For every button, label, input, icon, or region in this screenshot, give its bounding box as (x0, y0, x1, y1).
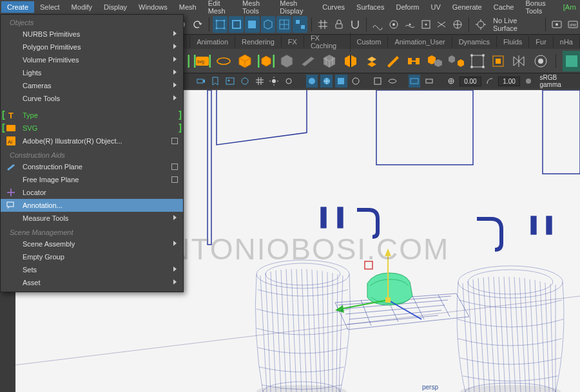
magnet-icon[interactable] (347, 16, 362, 33)
lock-icon[interactable] (332, 16, 347, 33)
cube-bracket-shelf-icon[interactable] (257, 51, 275, 71)
snap-plane-icon[interactable] (434, 16, 449, 33)
shelf-tab-animation[interactable]: Animation (190, 36, 235, 48)
gamma-value[interactable]: 1.00 (498, 77, 519, 86)
show-icon[interactable] (386, 75, 398, 88)
snap-curve-icon[interactable] (371, 16, 385, 33)
split-shelf-icon[interactable] (342, 51, 359, 71)
menu-free-image-plane[interactable]: Free Image Plane (1, 173, 183, 186)
option-box-icon[interactable] (171, 176, 178, 183)
select-vertex-icon[interactable] (213, 16, 227, 33)
2d-pan-icon[interactable] (238, 75, 251, 88)
bookmark-icon[interactable] (209, 75, 222, 88)
menu-uv[interactable]: UV (425, 1, 447, 13)
shelf-tab-fx[interactable]: FX (282, 36, 304, 48)
menu-annotation[interactable]: Annotation... (1, 199, 183, 212)
menu-edit-mesh[interactable]: Edit Mesh (202, 0, 237, 17)
menu-type[interactable]: [ T Type ] (1, 109, 183, 122)
menu-mesh-display[interactable]: Mesh Display (274, 0, 316, 17)
shelf-tab-fur[interactable]: Fur (529, 36, 554, 48)
arnold-shelf-icon[interactable] (563, 51, 580, 71)
extrude-shelf-icon[interactable] (363, 51, 380, 71)
soft-shelf-icon[interactable] (490, 51, 507, 71)
menu-measure-tools[interactable]: Measure Tools (1, 212, 183, 225)
snap-point-icon[interactable] (387, 16, 401, 33)
option-box-icon[interactable] (171, 163, 178, 170)
renderer-label[interactable]: [Arn (559, 1, 580, 13)
gamma-icon[interactable] (484, 75, 496, 88)
ipr-icon[interactable]: IPR (565, 16, 580, 33)
shelf-tab-nhair[interactable]: nHa (554, 36, 580, 48)
camera-select-icon[interactable] (195, 75, 207, 88)
plane-shelf-icon[interactable] (300, 51, 317, 71)
menu-curves[interactable]: Curves (316, 1, 351, 13)
bridge-shelf-icon[interactable] (405, 51, 423, 71)
menu-cameras[interactable]: Cameras (1, 79, 183, 92)
snap-live-icon[interactable] (450, 16, 465, 33)
menu-scene-assembly[interactable]: Scene Assembly (1, 238, 183, 250)
menu-construction-plane[interactable]: Construction Plane (1, 160, 183, 173)
image-plane-icon[interactable] (224, 75, 237, 88)
snap-view-icon[interactable] (418, 16, 433, 33)
exposure-icon[interactable] (445, 75, 457, 88)
smooth-shelf-icon[interactable] (532, 51, 550, 71)
make-live-icon[interactable] (473, 16, 488, 33)
cube-shelf-icon[interactable] (236, 51, 253, 71)
select-object-icon[interactable] (261, 16, 276, 33)
shadow-icon[interactable] (283, 75, 295, 88)
menu-display[interactable]: Display (98, 1, 133, 13)
menu-deform[interactable]: Deform (390, 1, 425, 13)
menu-sets[interactable]: Sets (1, 263, 183, 276)
shelf-tab-fxcaching[interactable]: FX Caching (304, 32, 351, 51)
menu-mesh-tools[interactable]: Mesh Tools (237, 0, 274, 17)
shelf-tab-fluids[interactable]: Fluids (497, 36, 529, 48)
separate-shelf-icon[interactable] (447, 51, 465, 71)
bevel-shelf-icon[interactable] (384, 51, 401, 71)
colorspace-label[interactable]: sRGB gamma (537, 74, 580, 88)
wireframe-on-shaded-icon[interactable] (320, 75, 333, 88)
shelf-tab-custom[interactable]: Custom (351, 36, 389, 48)
menu-polygon-primitives[interactable]: Polygon Primitives (1, 41, 183, 53)
menu-cache[interactable]: Cache (488, 1, 520, 13)
isolate-icon[interactable] (372, 75, 384, 88)
menu-generate[interactable]: Generate (447, 1, 488, 13)
menu-curve-tools[interactable]: Curve Tools (1, 92, 183, 105)
shaded-icon[interactable] (306, 75, 318, 88)
menu-create[interactable]: Create (1, 1, 34, 13)
menu-bonus-tools[interactable]: Bonus Tools (519, 0, 559, 17)
shelf-tab-animuser[interactable]: Animation_User (388, 36, 452, 48)
textured-icon[interactable] (335, 75, 347, 88)
gate-icon[interactable] (409, 75, 421, 88)
shelf-tab-rendering[interactable]: Rendering (235, 36, 282, 48)
render-icon[interactable] (549, 16, 564, 33)
select-uv-icon[interactable] (276, 16, 291, 33)
select-multi-icon[interactable] (293, 16, 307, 33)
lattice-shelf-icon[interactable] (469, 51, 486, 71)
menu-lights[interactable]: Lights (1, 66, 183, 79)
menu-locator[interactable]: Locator (1, 186, 183, 199)
mirror-shelf-icon[interactable] (511, 51, 528, 71)
option-box-icon[interactable] (171, 138, 178, 144)
combine-shelf-icon[interactable] (427, 51, 444, 71)
menu-surfaces[interactable]: Surfaces (351, 1, 390, 13)
menu-select[interactable]: Select (34, 1, 66, 13)
view-transform-icon[interactable] (523, 75, 535, 88)
snap-grid-icon[interactable] (316, 16, 331, 33)
subdiv-shelf-icon[interactable] (321, 51, 338, 71)
menu-volume-primitives[interactable]: Volume Primitives (1, 53, 183, 66)
film-gate-icon[interactable] (423, 75, 435, 88)
menu-illustrator-object[interactable]: Ai Adobe(R) Illustrator(R) Object... (1, 135, 183, 147)
light-icon[interactable] (268, 75, 280, 88)
menu-mesh[interactable]: Mesh (173, 1, 202, 13)
menu-nurbs-primitives[interactable]: NURBS Primitives (1, 28, 183, 41)
svg-shelf-icon[interactable]: svg (194, 51, 211, 71)
select-face-icon[interactable] (245, 16, 260, 33)
select-edge-icon[interactable] (229, 16, 244, 33)
grid-icon[interactable] (253, 75, 266, 88)
exposure-value[interactable]: 0.00 (459, 77, 481, 86)
menu-svg[interactable]: [ SVG ] (1, 122, 183, 135)
shelf-tab-dynamics[interactable]: Dynamics (452, 36, 497, 48)
menu-asset[interactable]: Asset (1, 276, 183, 289)
solid-cube-icon[interactable] (278, 51, 296, 71)
xray-icon[interactable] (350, 75, 362, 88)
